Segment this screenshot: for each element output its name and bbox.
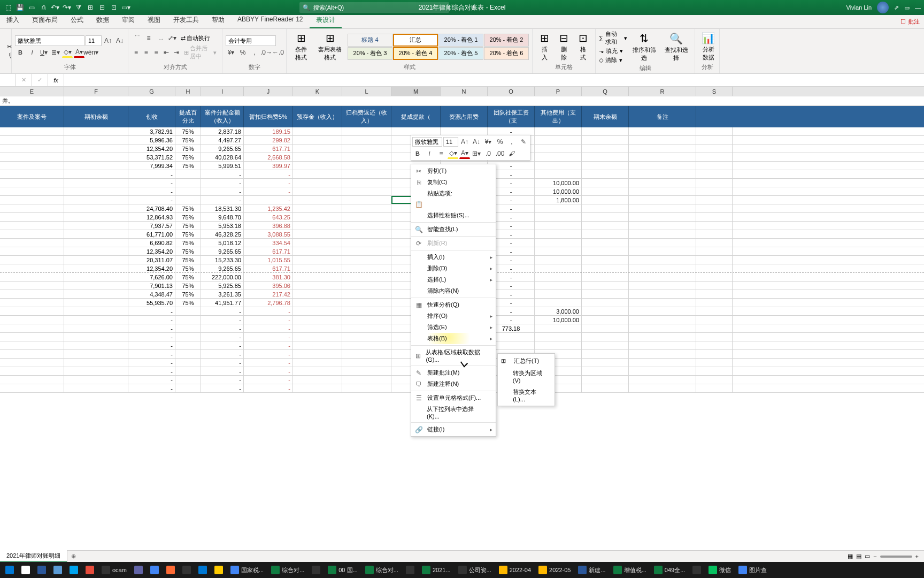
cell[interactable]: 4,348.47 [128,290,175,298]
cell[interactable] [342,350,391,358]
context-menu-item[interactable]: ✂剪切(T) [411,165,496,177]
mini-font-size[interactable]: 11 [443,137,458,147]
cell[interactable] [582,179,629,187]
cell[interactable] [535,170,582,178]
cell[interactable]: - [244,170,293,178]
cell[interactable] [582,239,629,247]
cell[interactable]: 381.30 [244,273,293,281]
cell[interactable] [696,127,733,135]
cell[interactable]: - [201,333,244,341]
cell[interactable] [696,170,733,178]
cell[interactable] [293,213,342,221]
conditional-format-button[interactable]: ⊞条件格式 [290,31,312,63]
cell[interactable] [64,324,128,332]
taskbar-item[interactable] [34,563,49,577]
cell[interactable]: - [201,376,244,384]
cell[interactable] [64,264,128,272]
column-header[interactable]: O [488,87,535,96]
cell[interactable]: 46,328.25 [201,230,244,238]
cell[interactable]: 2,668.58 [244,153,293,161]
context-menu-item[interactable]: 🔍智能查找(L) [411,224,496,235]
cell[interactable] [582,367,629,375]
context-menu-item[interactable]: 清除内容(N) [411,285,496,296]
cell[interactable] [696,384,733,392]
cell[interactable] [696,230,733,238]
cell[interactable] [64,230,128,238]
taskbar-item[interactable]: 微信 [705,563,734,577]
cell[interactable] [342,359,391,367]
cell[interactable]: 75% [175,222,201,230]
cell[interactable]: - [128,359,175,367]
taskbar-item[interactable]: 综合对... [362,563,402,577]
cell[interactable]: 5,996.36 [128,136,175,144]
cell[interactable]: 2,837.18 [201,127,244,135]
cell[interactable] [293,127,342,135]
cell[interactable] [293,144,342,153]
cell[interactable] [629,204,696,212]
cell[interactable] [535,230,582,238]
percent-icon[interactable]: % [237,47,248,58]
cell[interactable] [293,239,342,247]
taskbar-item[interactable] [403,563,418,577]
context-menu-item[interactable]: 插入(I)▸ [411,252,496,263]
cell[interactable] [0,341,64,349]
user-name[interactable]: Vivian Lin [846,4,872,11]
cell[interactable]: 7,999.34 [128,162,175,170]
cell[interactable] [0,239,64,247]
cell[interactable] [535,264,582,272]
context-menu-item[interactable]: 🔗链接(I)▸ [411,424,496,435]
cell[interactable] [342,153,391,161]
taskbar-item[interactable] [179,563,194,577]
cell[interactable] [582,196,629,204]
cell[interactable] [535,247,582,255]
grow-font-icon[interactable]: A↑ [103,35,113,46]
cell[interactable] [696,316,733,324]
taskbar-item[interactable] [163,563,178,577]
autosave-icon[interactable]: ⬚ [3,3,13,12]
cell[interactable]: 40,028.64 [201,153,244,161]
cell[interactable]: - [244,359,293,367]
context-menu-item[interactable]: 从下拉列表中选择(K)... [411,404,496,421]
cell[interactable] [629,136,696,144]
avatar[interactable] [877,2,889,13]
cell[interactable] [696,222,733,230]
cell[interactable]: 9,265.65 [201,247,244,255]
cell[interactable] [64,127,128,135]
cell[interactable] [64,341,128,349]
cell[interactable]: - [128,341,175,349]
submenu-item[interactable]: 替换文本(L)... [498,386,555,405]
cell[interactable] [0,136,64,144]
column-header[interactable]: R [629,87,696,96]
clear-button[interactable]: ◇ 清除▾ [599,56,627,64]
mini-font-name[interactable]: 微软雅黑 [412,137,442,147]
mini-currency-icon[interactable]: ¥▾ [483,136,494,147]
cell[interactable] [696,350,733,358]
cell[interactable]: 75% [175,282,201,290]
cell[interactable] [64,179,128,187]
cell[interactable] [64,333,128,341]
cell[interactable]: 189.15 [244,127,293,135]
cell[interactable]: - [201,324,244,332]
cell[interactable] [535,341,582,349]
cell[interactable]: 2,796.78 [244,299,293,307]
cell[interactable] [293,307,342,315]
taskbar-item[interactable]: 新建... [575,563,609,577]
cell[interactable]: 3,000.00 [535,307,582,315]
cell[interactable] [535,256,582,264]
cell[interactable] [0,179,64,187]
cell[interactable] [64,187,128,195]
cell[interactable]: 55,935.70 [128,299,175,307]
cell[interactable] [293,350,342,358]
cell[interactable]: 75% [175,213,201,221]
cell[interactable] [342,179,391,187]
cell[interactable] [175,333,201,341]
cell[interactable]: 9,648.70 [201,213,244,221]
sheet-tab[interactable]: 2021年律师对账明细 [0,550,67,562]
italic-button[interactable]: I [27,47,37,58]
cell[interactable] [64,144,128,153]
cell[interactable]: - [128,179,175,187]
submenu-item[interactable]: 转换为区域(V) [498,367,555,386]
cell[interactable] [582,162,629,170]
cell[interactable]: - [244,179,293,187]
cell[interactable] [175,179,201,187]
